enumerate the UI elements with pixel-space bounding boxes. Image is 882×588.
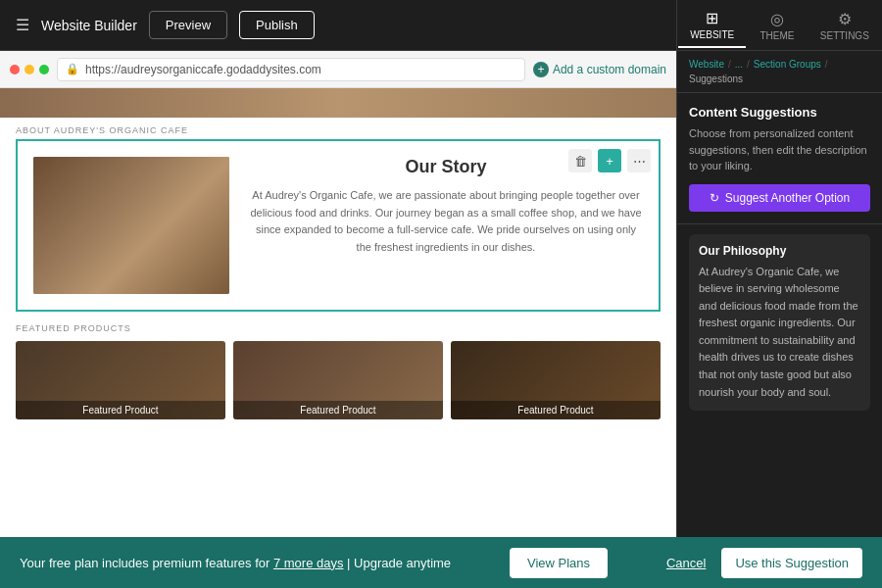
free-plan-text: Your free plan includes premium features… [20, 556, 451, 570]
top-bar-left: ☰ Website Builder Preview Publish [16, 11, 377, 39]
url-bar[interactable]: 🔒 https://audreysorganiccafe.godaddysite… [57, 58, 525, 81]
preview-button[interactable]: Preview [149, 11, 227, 39]
tab-website-label: WEBSITE [690, 29, 734, 40]
cancel-button[interactable]: Cancel [666, 556, 706, 570]
minimize-dot [24, 65, 34, 74]
bottom-bar-center: View Plans [510, 548, 608, 578]
website-icon: ⊞ [706, 9, 718, 27]
days-link[interactable]: 7 more days [273, 556, 344, 570]
free-plan-prefix: Your free plan includes premium features… [20, 556, 273, 570]
use-suggestion-button[interactable]: Use this Suggestion [721, 548, 862, 578]
featured-grid: Featured Product Featured Product Featur… [16, 341, 661, 419]
editor-area: 🔒 https://audreysorganiccafe.godaddysite… [0, 51, 676, 588]
url-text: https://audreysorganiccafe.godaddysites.… [85, 63, 321, 76]
right-panel: Website / ... / Section Groups / Suggest… [676, 51, 882, 588]
add-custom-domain-button[interactable]: + Add a custom domain [533, 62, 666, 77]
suggest-btn-label: Suggest Another Option [725, 191, 850, 205]
add-domain-label: Add a custom domain [553, 63, 666, 76]
suggest-another-button[interactable]: ↻ Suggest Another Option [689, 184, 870, 212]
settings-icon: ⚙ [838, 10, 852, 28]
bottom-bar-right: Cancel Use this Suggestion [666, 548, 862, 578]
tab-settings-label: SETTINGS [820, 30, 869, 41]
featured-item-label: Featured Product [16, 401, 225, 419]
lock-icon: 🔒 [66, 63, 79, 75]
list-item: Featured Product [451, 341, 661, 419]
more-options-button[interactable]: ⋯ [627, 149, 651, 172]
delete-section-button[interactable]: 🗑 [568, 149, 592, 172]
breadcrumb: Website / ... / Section Groups / Suggest… [677, 51, 882, 93]
close-dot [10, 65, 20, 74]
breadcrumb-sep2: / [747, 59, 750, 70]
theme-icon: ◎ [770, 10, 784, 28]
view-plans-button[interactable]: View Plans [510, 548, 608, 578]
menu-icon[interactable]: ☰ [16, 16, 29, 34]
about-body: At Audrey's Organic Cafe, we are passion… [249, 187, 643, 256]
breadcrumb-sep3: / [825, 59, 828, 70]
window-controls [10, 65, 49, 74]
browser-bar: 🔒 https://audreysorganiccafe.godaddysite… [0, 51, 676, 88]
tab-theme[interactable]: ◎ THEME [748, 4, 806, 47]
section-actions: 🗑 + ⋯ [568, 149, 651, 172]
breadcrumb-current: Suggestions [689, 74, 743, 84]
suggestion-card-title: Our Philosophy [699, 244, 860, 258]
right-panel-tabs: ⊞ WEBSITE ◎ THEME ⚙ SETTINGS [676, 0, 882, 51]
app-title: Website Builder [41, 18, 137, 33]
publish-button[interactable]: Publish [239, 11, 315, 39]
about-image [33, 157, 229, 294]
top-toolbar: ☰ Website Builder Preview Publish ≡ Next… [0, 0, 882, 51]
maximize-dot [39, 65, 49, 74]
website-canvas: ABOUT AUDREY'S ORGANIC CAFE 🗑 + ⋯ Our St… [0, 88, 676, 588]
hero-image-strip [0, 88, 676, 118]
suggestion-card: Our Philosophy At Audrey's Organic Cafe,… [689, 234, 870, 412]
add-section-button[interactable]: + [598, 149, 621, 172]
content-suggestions-title: Content Suggestions [689, 105, 870, 120]
list-item: Featured Product [16, 341, 225, 419]
plus-icon: + [533, 62, 549, 77]
upgrade-text: | Upgrade anytime [347, 556, 451, 570]
featured-label: FEATURED PRODUCTS [16, 323, 661, 333]
suggest-icon: ↻ [710, 191, 719, 205]
about-image-visual [33, 157, 229, 294]
breadcrumb-website[interactable]: Website [689, 59, 724, 70]
content-suggestions-section: Content Suggestions Choose from personal… [677, 93, 882, 224]
breadcrumb-ellipsis[interactable]: ... [735, 59, 743, 70]
suggestion-card-text: At Audrey's Organic Cafe, we believe in … [699, 264, 860, 402]
featured-item-label: Featured Product [233, 401, 443, 419]
main-content: 🔒 https://audreysorganiccafe.godaddysite… [0, 51, 882, 588]
about-inner: Our Story At Audrey's Organic Cafe, we a… [33, 157, 643, 294]
about-section-label: ABOUT AUDREY'S ORGANIC CAFE [0, 118, 676, 139]
list-item: Featured Product [233, 341, 443, 419]
tab-theme-label: THEME [760, 30, 794, 41]
featured-section: FEATURED PRODUCTS Featured Product Featu… [16, 323, 661, 419]
bottom-bar: Your free plan includes premium features… [0, 537, 882, 588]
tab-website[interactable]: ⊞ WEBSITE [678, 3, 746, 48]
breadcrumb-sep1: / [728, 59, 731, 70]
featured-item-label: Featured Product [451, 401, 661, 419]
breadcrumb-section-groups[interactable]: Section Groups [754, 59, 821, 70]
about-section: 🗑 + ⋯ Our Story At Audrey's Organic Cafe… [16, 139, 661, 312]
tab-settings[interactable]: ⚙ SETTINGS [808, 4, 881, 47]
content-suggestions-desc: Choose from personalized content suggest… [689, 125, 870, 174]
